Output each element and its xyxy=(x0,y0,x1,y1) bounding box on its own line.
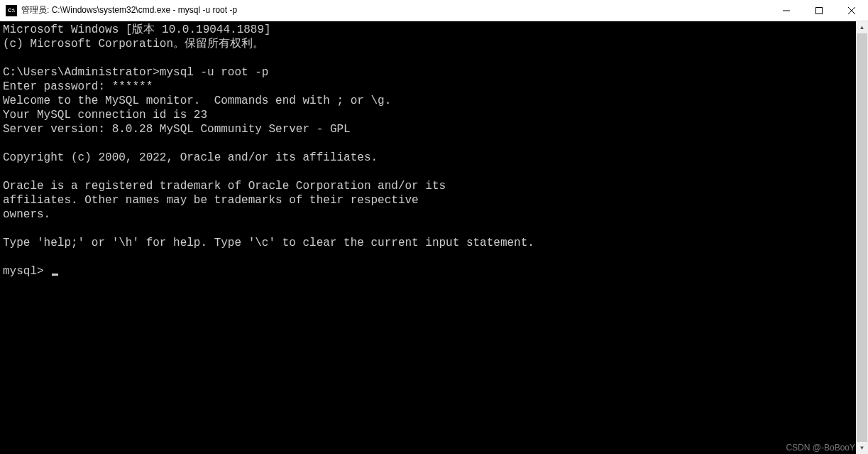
terminal-line: Copyright (c) 2000, 2022, Oracle and/or … xyxy=(3,151,378,164)
terminal-line: C:\Users\Administrator>mysql -u root -p xyxy=(3,66,268,79)
watermark-text: CSDN @-BoBooY xyxy=(786,443,855,453)
terminal-output[interactable]: Microsoft Windows [版本 10.0.19044.1889] (… xyxy=(0,21,856,454)
terminal-line: Oracle is a registered trademark of Orac… xyxy=(3,180,446,193)
mysql-prompt: mysql> xyxy=(3,265,50,278)
terminal-line: affiliates. Other names may be trademark… xyxy=(3,194,419,207)
cmd-icon: C:\ xyxy=(6,5,17,16)
terminal-line: (c) Microsoft Corporation。保留所有权利。 xyxy=(3,38,264,50)
minimize-button[interactable] xyxy=(770,0,803,21)
scroll-down-arrow-icon[interactable]: ▼ xyxy=(856,442,868,454)
terminal-line: Microsoft Windows [版本 10.0.19044.1889] xyxy=(3,23,271,36)
terminal-line: Type 'help;' or '\h' for help. Type '\c'… xyxy=(3,237,534,249)
scrollbar-thumb[interactable] xyxy=(857,33,867,442)
terminal-line: Your MySQL connection id is 23 xyxy=(3,109,207,121)
window-titlebar: C:\ 管理员: C:\Windows\system32\cmd.exe - m… xyxy=(0,0,868,21)
window-controls xyxy=(770,0,868,21)
scroll-up-arrow-icon[interactable]: ▲ xyxy=(856,21,868,33)
cursor xyxy=(52,274,58,276)
terminal-line: owners. xyxy=(3,208,50,221)
maximize-button[interactable] xyxy=(803,0,835,21)
terminal-line: Enter password: ****** xyxy=(3,80,153,93)
svg-rect-1 xyxy=(816,7,823,13)
terminal-container: Microsoft Windows [版本 10.0.19044.1889] (… xyxy=(0,21,868,454)
close-button[interactable] xyxy=(835,0,868,21)
window-title: 管理员: C:\Windows\system32\cmd.exe - mysql… xyxy=(21,4,770,16)
terminal-line: Server version: 8.0.28 MySQL Community S… xyxy=(3,123,351,136)
terminal-line: Welcome to the MySQL monitor. Commands e… xyxy=(3,94,391,107)
vertical-scrollbar[interactable]: ▲ ▼ xyxy=(856,21,868,454)
